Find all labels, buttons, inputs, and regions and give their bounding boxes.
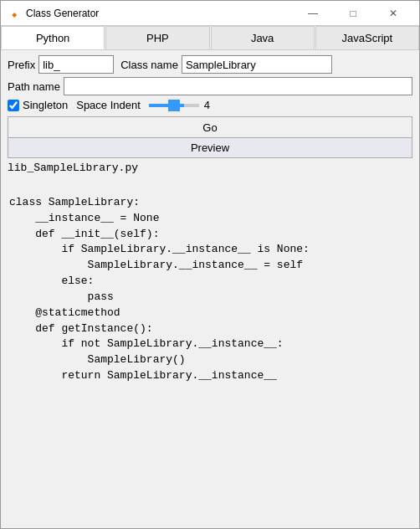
- tab-javascript[interactable]: JavaScript: [315, 26, 419, 49]
- singleton-label: Singleton: [8, 99, 68, 111]
- singleton-indent-row: Singleton Space Indent 4: [8, 99, 412, 111]
- app-icon: ⬥: [8, 7, 21, 20]
- preview-bar[interactable]: Preview: [8, 138, 412, 158]
- space-indent-label: Space Indent: [76, 99, 141, 111]
- singleton-checkbox[interactable]: [8, 100, 19, 111]
- pathname-label: Path name: [8, 80, 60, 93]
- maximize-button[interactable]: □: [334, 1, 372, 26]
- space-indent-value: 4: [204, 99, 218, 111]
- window-title: Class Generator: [26, 8, 294, 19]
- prefix-input[interactable]: [38, 55, 114, 74]
- minimize-button[interactable]: —: [294, 1, 332, 26]
- space-indent-container: Space Indent 4: [76, 99, 218, 111]
- content-area: Prefix Class name Path name Singleton Sp…: [1, 50, 419, 528]
- output-filename: lib_SampleLibrary.py: [8, 162, 412, 174]
- prefix-label: Prefix: [8, 59, 35, 71]
- tab-php[interactable]: PHP: [105, 26, 209, 49]
- classname-label: Class name: [120, 59, 178, 71]
- prefix-classname-row: Prefix Class name: [8, 55, 412, 74]
- tab-java[interactable]: Java: [211, 26, 315, 49]
- classname-input[interactable]: [182, 55, 332, 74]
- pathname-row: Path name: [8, 77, 412, 95]
- title-bar: ⬥ Class Generator — □ ✕: [1, 1, 419, 26]
- main-window: ⬥ Class Generator — □ ✕ Python PHP Java …: [0, 0, 420, 529]
- pathname-input[interactable]: [64, 77, 412, 95]
- output-code: class SampleLibrary: __instance__ = None…: [8, 176, 412, 523]
- close-button[interactable]: ✕: [374, 1, 412, 26]
- language-tabs: Python PHP Java JavaScript: [1, 26, 419, 50]
- go-button[interactable]: Go: [8, 116, 412, 138]
- tab-python[interactable]: Python: [1, 26, 105, 49]
- window-controls: — □ ✕: [294, 1, 412, 26]
- space-indent-slider[interactable]: [149, 104, 199, 107]
